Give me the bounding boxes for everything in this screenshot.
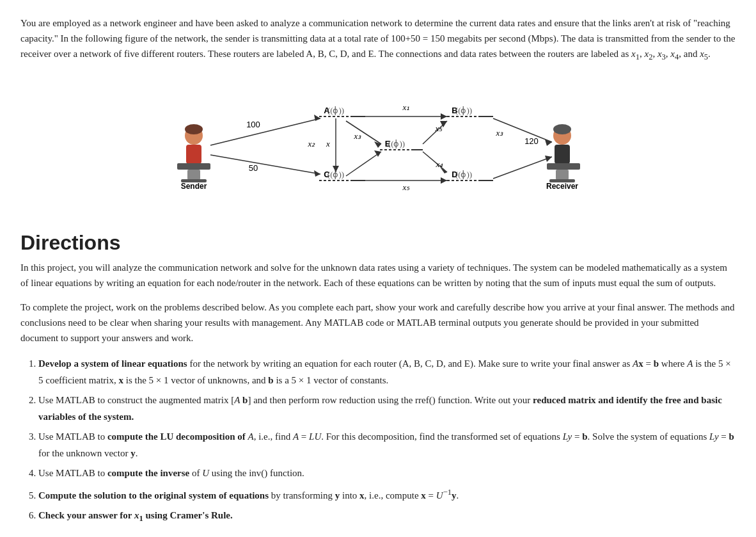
directions-heading: Directions bbox=[20, 231, 736, 255]
svg-point-1 bbox=[185, 124, 203, 134]
svg-text:((ϕ)): ((ϕ)) bbox=[388, 139, 405, 148]
svg-text:((ϕ)): ((ϕ)) bbox=[327, 106, 344, 115]
svg-text:x₃: x₃ bbox=[354, 131, 362, 141]
svg-line-37 bbox=[210, 155, 320, 174]
svg-text:Sender: Sender bbox=[181, 182, 207, 191]
svg-rect-11 bbox=[556, 170, 569, 180]
svg-line-55 bbox=[423, 152, 447, 172]
svg-line-63 bbox=[493, 157, 552, 179]
svg-line-50 bbox=[346, 152, 381, 176]
list-item-5: Compute the solution to the original sys… bbox=[38, 486, 736, 504]
list-item-1: Develop a system of linear equations for… bbox=[38, 356, 736, 389]
network-diagram: Sender Receiver A ((ϕ)) B ((ϕ)) C ((ϕ)) … bbox=[20, 75, 736, 216]
item1-bold: Develop a system of linear equations bbox=[38, 358, 187, 369]
svg-text:50: 50 bbox=[249, 163, 258, 173]
directions-list: Develop a system of linear equations for… bbox=[38, 356, 736, 525]
svg-rect-10 bbox=[547, 163, 580, 170]
svg-rect-4 bbox=[187, 170, 200, 180]
directions-paragraph2: To complete the project, work on the pro… bbox=[20, 300, 736, 346]
svg-text:x₅: x₅ bbox=[402, 182, 411, 192]
svg-rect-2 bbox=[186, 145, 201, 164]
list-item-6: Check your answer for x1 using Cramer's … bbox=[38, 508, 736, 525]
svg-line-34 bbox=[210, 118, 320, 145]
svg-text:Receiver: Receiver bbox=[546, 182, 578, 191]
svg-text:x₃: x₃ bbox=[496, 128, 504, 138]
list-item-3: Use MATLAB to compute the LU decompositi… bbox=[38, 429, 736, 461]
svg-text:120: 120 bbox=[524, 136, 539, 146]
svg-text:100: 100 bbox=[246, 120, 260, 129]
list-item-2: Use MATLAB to construct the augmented ma… bbox=[38, 392, 736, 425]
svg-rect-3 bbox=[177, 163, 210, 170]
svg-text:x: x bbox=[326, 139, 330, 148]
svg-rect-9 bbox=[555, 145, 570, 164]
svg-marker-48 bbox=[374, 141, 381, 148]
svg-text:x₂: x₂ bbox=[308, 139, 316, 148]
svg-text:x₁: x₁ bbox=[402, 102, 410, 112]
list-item-4: Use MATLAB to compute the inverse of U u… bbox=[38, 465, 736, 482]
svg-line-47 bbox=[346, 121, 381, 144]
svg-text:((ϕ)): ((ϕ)) bbox=[455, 106, 472, 115]
directions-body: In this project, you will analyze the co… bbox=[20, 260, 736, 346]
svg-marker-44 bbox=[441, 113, 447, 120]
svg-marker-64 bbox=[545, 156, 552, 162]
svg-text:x₅: x₅ bbox=[435, 124, 443, 133]
directions-paragraph1: In this project, you will analyze the co… bbox=[20, 260, 736, 291]
svg-text:x₄: x₄ bbox=[436, 159, 444, 169]
svg-point-8 bbox=[553, 124, 571, 134]
svg-text:((ϕ)): ((ϕ)) bbox=[455, 170, 472, 179]
svg-marker-59 bbox=[441, 177, 447, 184]
intro-paragraph: You are employed as a network engineer a… bbox=[20, 15, 736, 63]
